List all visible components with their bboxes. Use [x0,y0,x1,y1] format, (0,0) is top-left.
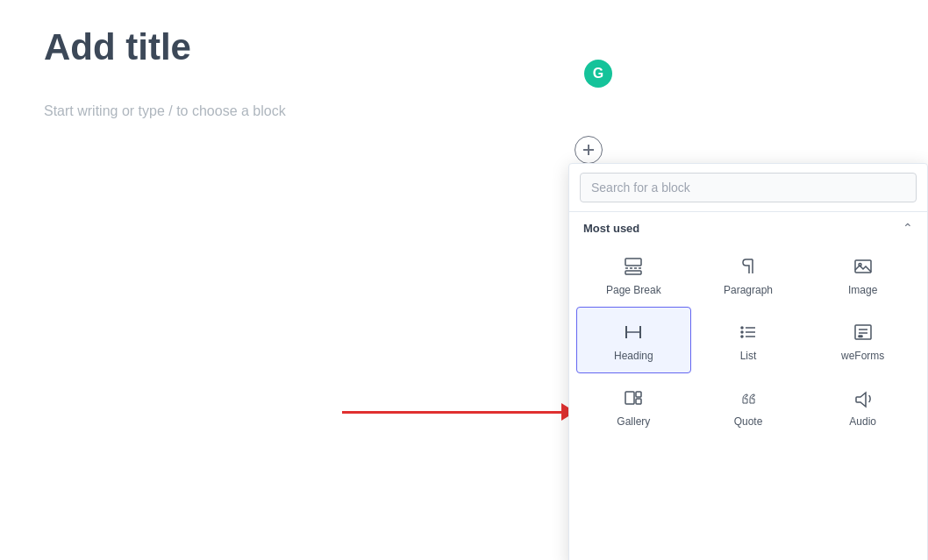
search-container [569,164,927,212]
svg-rect-24 [636,399,641,404]
block-label-page-break: Page Break [606,284,661,296]
svg-point-17 [741,336,743,337]
page-break-icon [623,256,644,277]
svg-point-15 [741,327,743,329]
block-picker-panel: Most used ⌃ Page Break Paragraph [568,163,928,560]
block-label-audio: Audio [849,415,876,428]
block-label-weforms: weForms [841,350,884,362]
block-label-heading: Heading [614,350,653,362]
block-item-heading[interactable]: Heading [576,307,691,373]
grammarly-icon[interactable]: G [584,60,612,88]
block-item-quote[interactable]: Quote [691,373,806,438]
svg-rect-18 [855,325,871,339]
editor-title[interactable]: Add title [44,26,526,68]
block-item-list[interactable]: List [691,307,806,373]
chevron-up-icon[interactable]: ⌃ [903,221,913,235]
block-item-paragraph[interactable]: Paragraph [691,242,806,307]
arrow-indicator [342,399,588,425]
quote-icon [738,387,759,408]
block-label-quote: Quote [734,415,763,428]
heading-icon [623,322,644,343]
svg-rect-4 [625,271,641,274]
svg-rect-21 [859,336,862,337]
svg-point-16 [741,331,743,333]
gallery-icon [623,387,644,408]
weforms-icon [853,322,874,343]
block-label-list: List [740,350,757,362]
block-item-weforms[interactable]: weForms [805,307,920,373]
arrow-line [342,411,561,414]
editor-placeholder[interactable]: Start writing or type / to choose a bloc… [44,103,526,119]
paragraph-icon [738,256,759,277]
svg-rect-22 [625,392,634,404]
plus-icon [582,143,596,157]
add-block-button[interactable] [575,136,603,164]
block-label-image: Image [848,284,877,296]
audio-icon [853,387,874,408]
image-icon [853,256,874,277]
block-item-audio[interactable]: Audio [805,373,920,438]
editor-area: Add title Start writing or type / to cho… [0,0,570,560]
block-label-gallery: Gallery [617,415,650,428]
block-item-image[interactable]: Image [805,242,920,307]
section-header: Most used ⌃ [569,212,927,242]
search-input[interactable] [580,173,917,202]
block-item-gallery[interactable]: Gallery [576,373,691,438]
block-item-page-break[interactable]: Page Break [576,242,691,307]
list-icon [738,322,759,343]
section-title: Most used [583,222,639,235]
svg-rect-2 [625,259,641,266]
block-grid: Page Break Paragraph Image [569,242,927,438]
block-label-paragraph: Paragraph [724,284,773,296]
svg-rect-23 [636,392,641,397]
svg-rect-7 [855,260,871,273]
